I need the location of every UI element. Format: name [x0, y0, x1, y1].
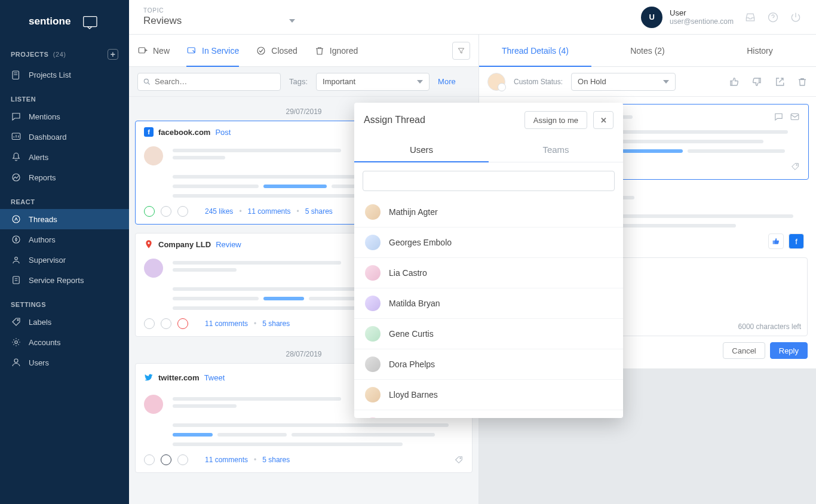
sentiment-positive-icon[interactable]	[144, 318, 155, 329]
placeholder-line	[173, 297, 259, 300]
cancel-button[interactable]: Cancel	[723, 342, 765, 359]
sidebar-item-reports[interactable]: Reports	[0, 167, 129, 188]
search-input[interactable]	[155, 77, 275, 86]
facebook-reply-icon[interactable]: f	[789, 233, 804, 249]
mail-icon[interactable]	[790, 112, 800, 122]
like-button[interactable]	[768, 233, 784, 249]
settings-heading: SETTINGS	[0, 290, 129, 312]
topic-selector[interactable]: TOPIC Reviews	[143, 7, 295, 27]
trash-icon[interactable]	[797, 76, 808, 87]
filter-button[interactable]	[452, 42, 470, 60]
inbox-icon[interactable]	[744, 11, 756, 23]
sentiment-positive-icon[interactable]	[144, 206, 155, 217]
tab-new[interactable]: New	[137, 35, 170, 66]
external-link-icon[interactable]	[774, 76, 785, 87]
tab-history[interactable]: History	[704, 35, 816, 66]
tag-selected: Important	[323, 77, 355, 86]
sidebar: sentione PROJECTS (24) + Projects List L…	[0, 0, 129, 504]
sidebar-item-projects-list[interactable]: Projects List	[0, 64, 129, 85]
source-type: Tweet	[204, 373, 225, 382]
chat-icon[interactable]	[774, 112, 784, 122]
tab-thread-details[interactable]: Thread Details (4)	[479, 35, 591, 66]
user-option[interactable]: Lloyd Barnes	[354, 380, 623, 410]
sentiment-negative-icon[interactable]	[177, 454, 188, 465]
tag-icon[interactable]	[454, 455, 464, 465]
sentiment-negative-icon[interactable]	[177, 206, 188, 217]
user-option[interactable]: Isabella Perry	[354, 410, 623, 418]
search-input-wrap	[137, 73, 281, 91]
sidebar-item-mentions[interactable]: Mentions	[0, 106, 129, 127]
chevron-down-icon	[663, 80, 669, 84]
tag-icon[interactable]	[790, 162, 800, 171]
modal-search-input[interactable]	[363, 171, 615, 191]
user-option[interactable]: Gene Curtis	[354, 319, 623, 349]
user-option[interactable]: Georges Embolo	[354, 228, 623, 258]
tab-ignored[interactable]: Ignored	[314, 35, 358, 66]
tab-label: History	[747, 46, 773, 56]
user-name: Georges Embolo	[389, 238, 452, 247]
user-option[interactable]: Dora Phelps	[354, 349, 623, 380]
user-avatar: U	[641, 7, 662, 28]
sidebar-item-alerts[interactable]: Alerts	[0, 147, 129, 167]
stat-shares: 5 shares	[262, 456, 290, 464]
power-icon[interactable]	[790, 11, 802, 23]
brand-logo: sentione	[0, 7, 129, 44]
sidebar-label: Users	[29, 358, 49, 367]
search-icon	[143, 78, 151, 86]
detail-tabs: Thread Details (4) Notes (2) History	[479, 35, 816, 67]
topbar: TOPIC Reviews U User user@sentione.com	[129, 0, 816, 35]
user-option[interactable]: Matilda Bryan	[354, 288, 623, 319]
reply-button[interactable]: Reply	[770, 342, 808, 359]
stat-shares: 5 shares	[305, 207, 333, 216]
user-name: Lia Castro	[389, 268, 427, 278]
sidebar-item-users[interactable]: Users	[0, 352, 129, 373]
sentiment-neutral-icon[interactable]	[161, 206, 171, 217]
stat-comments: 11 comments	[205, 319, 248, 328]
assignee-avatar[interactable]	[487, 73, 505, 91]
tab-label: Users	[410, 145, 433, 155]
tab-in-service[interactable]: In Service	[186, 35, 239, 66]
tab-notes[interactable]: Notes (2)	[591, 35, 704, 66]
modal-tab-users[interactable]: Users	[354, 137, 489, 162]
thumbs-up-icon[interactable]	[729, 76, 740, 87]
source-name: facebook.com	[158, 128, 210, 137]
custom-status-select[interactable]: On Hold	[571, 73, 676, 91]
help-icon[interactable]	[767, 11, 779, 23]
user-option[interactable]: Mathijn Agter	[354, 197, 623, 228]
more-link[interactable]: More	[438, 77, 456, 86]
sidebar-item-accounts[interactable]: Accounts	[0, 332, 129, 352]
sentiment-negative-icon[interactable]	[177, 318, 188, 329]
user-name: Matilda Bryan	[389, 299, 440, 308]
tags-select[interactable]: Important	[316, 73, 430, 91]
placeholder-line	[173, 261, 341, 265]
assign-to-me-button[interactable]: Assign to me	[524, 111, 587, 129]
user-menu[interactable]: U User user@sentione.com	[641, 7, 734, 28]
svg-rect-1	[84, 17, 97, 27]
placeholder-line	[173, 423, 449, 427]
facebook-icon: f	[144, 127, 154, 137]
reports-icon	[11, 172, 22, 183]
svg-rect-14	[188, 47, 195, 53]
tab-closed[interactable]: Closed	[256, 35, 297, 66]
thumbs-down-icon[interactable]	[751, 76, 762, 87]
chevron-down-icon	[289, 19, 295, 23]
sidebar-item-dashboard[interactable]: Dashboard	[0, 127, 129, 147]
sidebar-item-labels[interactable]: Labels	[0, 312, 129, 332]
svg-point-7	[15, 257, 18, 260]
svg-point-16	[144, 79, 148, 83]
sidebar-item-supervisor[interactable]: Supervisor	[0, 250, 129, 270]
sidebar-item-authors[interactable]: Authors	[0, 229, 129, 250]
svg-point-20	[796, 165, 797, 166]
sentiment-positive-icon[interactable]	[144, 454, 155, 465]
user-option[interactable]: Lia Castro	[354, 258, 623, 288]
projects-heading: PROJECTS (24) +	[0, 44, 129, 64]
sidebar-item-threads[interactable]: Threads	[0, 209, 129, 229]
add-project-icon[interactable]: +	[108, 49, 118, 60]
sentiment-neutral-icon[interactable]	[161, 318, 171, 329]
modal-tab-teams[interactable]: Teams	[489, 137, 623, 162]
close-icon[interactable]: ✕	[593, 111, 613, 129]
svg-point-15	[257, 47, 265, 54]
custom-status-label: Custom Status:	[514, 78, 563, 86]
sidebar-item-service-reports[interactable]: Service Reports	[0, 270, 129, 290]
sentiment-neutral-icon[interactable]	[161, 454, 171, 465]
